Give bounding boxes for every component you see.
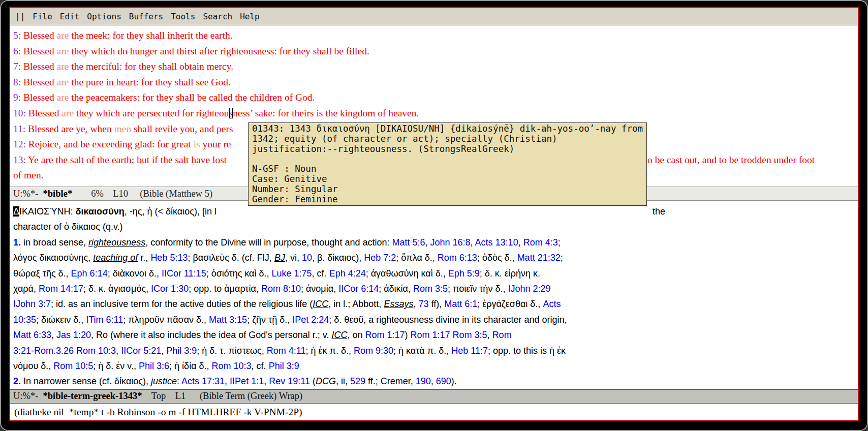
text-segment: Number: Singular	[252, 184, 338, 194]
bible-ref-link[interactable]: 690	[436, 376, 451, 386]
text-segment: ; ἡ δ. τ. πίστεως,	[197, 346, 267, 356]
bible-ref-link[interactable]: Eph 4:24	[329, 268, 366, 279]
text-segment: (	[310, 376, 316, 386]
text-segment: 1342; equity (of character or act); spec…	[252, 134, 557, 144]
bible-ref-link[interactable]: Matt 6:1	[444, 299, 477, 309]
bible-ref-link[interactable]: 190	[416, 376, 431, 386]
bible-ref-link[interactable]: Acts	[543, 299, 561, 309]
bible-ref-link[interactable]: Jas 1:20	[56, 330, 91, 340]
bible-ref-link[interactable]: Phil 3:9	[166, 346, 197, 356]
menu-item-search[interactable]: Search	[203, 12, 232, 21]
text-segment: , Ro (where it also includes the idea of…	[91, 330, 331, 340]
bible-ref-link[interactable]: Matt 21:32	[517, 253, 561, 263]
lexicon-line: θώραξ τῆς δ., Eph 6:14; διὰκονοι δ., IIC…	[13, 266, 858, 281]
bible-ref-link[interactable]: Rom 14:17	[39, 284, 83, 294]
lexicon-line: νόμου δ., Rom 10:5; ἡ δ. ἐν v., Phil 3:6…	[13, 358, 858, 374]
text-segment: righteousness	[88, 237, 145, 248]
bible-ref-link[interactable]: 10	[302, 253, 312, 263]
bible-ref-link[interactable]: Rom 8:10	[261, 284, 301, 294]
bible-ref-link[interactable]: Rom 9:30	[354, 346, 393, 356]
bible-ref-link[interactable]: Rom 4:11	[267, 346, 306, 356]
bible-ref-link[interactable]: IICor 5:21	[121, 346, 161, 356]
bible-ref-link[interactable]: 3:21-Rom.3.26 Rom 10:3	[13, 346, 116, 356]
bible-ref-link[interactable]: John 16:8	[430, 237, 471, 248]
bible-ref-link[interactable]: 10:35	[13, 315, 36, 325]
bible-ref-link[interactable]: Eph 5:9	[448, 268, 480, 279]
bible-ref-link[interactable]: Rom 1:17 Rom 3:5	[411, 330, 487, 340]
bible-ref-link[interactable]: Rev 19:11	[269, 376, 310, 386]
text-segment: BJ	[274, 253, 285, 263]
bible-ref-link[interactable]: Eph 6:14	[71, 268, 108, 279]
text-segment: ; ἡ κατὰ π. δ.,	[393, 346, 451, 356]
bible-ref-link[interactable]: ICor 1:30	[151, 284, 189, 294]
text-segment: 13:	[13, 155, 26, 165]
text-segment: Blessed	[21, 46, 56, 56]
bible-ref-link[interactable]: Rom 1:17	[365, 330, 405, 340]
menu-bar: || File Edit Options Buffers Tools Searc…	[10, 8, 858, 25]
text-segment: ,	[413, 299, 418, 309]
text-segment: ,	[518, 237, 523, 248]
bible-ref-link[interactable]: Phil 3:9	[269, 361, 299, 371]
bible-ref-link[interactable]: Heb 11:7	[451, 346, 488, 356]
text-segment: Essays	[384, 299, 413, 309]
bible-ref-link[interactable]: Acts 17:31	[181, 376, 225, 386]
text-segment: N-GSF : Noun	[252, 164, 316, 174]
minibuffer[interactable]: (diatheke nil *temp* t -b Robinson -o m …	[10, 404, 858, 421]
text-segment: ; ἡ ἐκ π. δ.,	[305, 346, 353, 356]
bible-ref-link[interactable]: IPet 2:24	[292, 315, 329, 325]
text-segment: the	[653, 204, 665, 219]
bible-ref-link[interactable]: Matt 3:15	[209, 315, 247, 325]
text-segment: ; πληροῦν πᾶσαν δ.,	[123, 315, 209, 325]
text-segment: ; ζῆν τῇ δ.,	[247, 315, 292, 325]
text-segment: Blessed	[21, 92, 56, 103]
bible-ref-link[interactable]: Rom	[492, 330, 512, 340]
bible-ref-link[interactable]: IIPet 1:1	[230, 376, 264, 386]
bible-ref-link[interactable]: Rom 10:5	[53, 361, 93, 371]
text-segment: Blessed	[26, 108, 61, 118]
bible-ref-link[interactable]: IJohn 2:29	[508, 284, 550, 294]
text-segment: the pure in heart: for they shall see Go…	[69, 77, 230, 87]
text-cursor: Δ	[13, 206, 19, 217]
lexicon-line: character of ὁ δίκαιος (q.v.)	[13, 219, 858, 234]
menu-item-options[interactable]: Options	[87, 12, 121, 21]
bible-ref-link[interactable]: 529	[350, 376, 365, 386]
text-segment: your re	[200, 139, 231, 149]
bible-ref-link[interactable]: Rom 10:3	[212, 361, 252, 371]
bible-ref-link[interactable]: IJohn 3:7	[13, 299, 51, 309]
bible-ref-link[interactable]: Rom 4:3	[523, 237, 558, 248]
bible-ref-link[interactable]: 73	[418, 299, 428, 309]
bible-ref-link[interactable]: IICor 11:15	[162, 268, 206, 279]
bible-ref-link[interactable]: Matt 6:33	[13, 330, 51, 340]
text-segment: In narrower sense (cf. δίκαιος),	[21, 376, 151, 386]
text-segment: ; ὅπλα δ.,	[396, 253, 438, 263]
text-segment: 6:	[13, 46, 21, 56]
text-segment: 9:	[13, 92, 21, 103]
text-segment: are	[57, 92, 69, 103]
text-segment: ,	[51, 330, 56, 340]
bible-ref-link[interactable]: Phil 3:6	[139, 361, 169, 371]
bible-ref-link[interactable]: Heb 5:13	[150, 253, 188, 263]
greek-lexicon-buffer[interactable]: ΔΙΚΑΙΟΣΎΝΗ: δικαιοσύνη, -ης, ἡ (< δίκαιο…	[10, 201, 858, 389]
tooltip-line: 1342; equity (of character or act); spec…	[252, 134, 643, 144]
menu-item-tools[interactable]: Tools	[171, 12, 195, 21]
menu-item-buffers[interactable]: Buffers	[129, 12, 163, 21]
lexicon-line: IJohn 3:7; id. as an inclusive term for …	[13, 296, 858, 312]
bible-ref-link[interactable]: Matt 5:6	[392, 237, 425, 248]
bible-ref-link[interactable]: ITim 6:11	[86, 315, 123, 325]
text-segment: ; id. as an inclusive term for the activ…	[51, 299, 313, 309]
bible-ref-link[interactable]: Rom 3:5	[413, 284, 448, 294]
bible-ref-link[interactable]: Heb 7:2	[364, 253, 396, 263]
bible-ref-link[interactable]: IICor 6:14	[338, 284, 379, 294]
menu-item-edit[interactable]: Edit	[60, 12, 80, 21]
text-segment: 1.	[13, 237, 21, 248]
text-segment: men	[114, 124, 132, 134]
text-segment: ; ἡ ἰδία δ.,	[169, 361, 211, 371]
lexicon-line: 1. in broad sense, righteousness, confor…	[13, 235, 858, 250]
menu-item-help[interactable]: Help	[240, 12, 260, 21]
bible-ref-link[interactable]: Luke 1:75	[272, 268, 312, 279]
bible-ref-link[interactable]: Acts 13:10	[475, 237, 518, 248]
menu-item-file[interactable]: File	[33, 12, 52, 21]
text-segment: Top L1 (Bible Term (Greek) Wrap)	[142, 391, 302, 401]
text-segment: the peacemakers: for they shall be calle…	[69, 92, 315, 103]
bible-ref-link[interactable]: Rom 6:13	[438, 253, 477, 263]
